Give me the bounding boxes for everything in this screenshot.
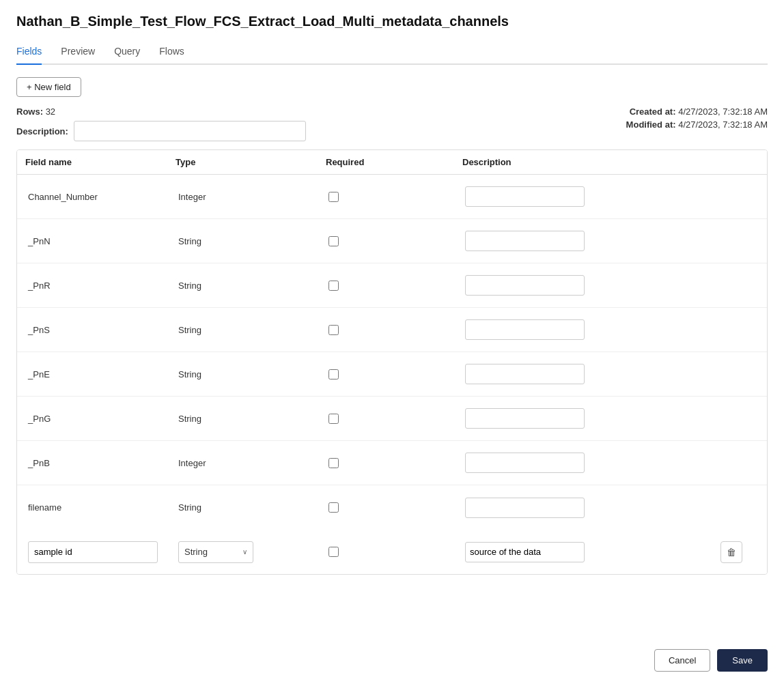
new-row-type-value: String [184,547,238,557]
cell-required [326,451,462,475]
cell-field-name: _PnS [25,318,176,342]
rows-meta: Rows: 32 [16,106,306,117]
new-row-description-cell [462,535,718,569]
new-row-required-checkbox[interactable] [328,547,339,557]
meta-row: Rows: 32 Description: Created at: 4/27/2… [16,106,768,141]
col-type: Type [176,157,326,167]
description-input-5[interactable] [465,364,585,384]
tab-fields[interactable]: Fields [16,42,42,65]
cell-field-name: _PnB [25,451,176,475]
cell-field-name: Channel_Number [25,185,176,209]
table-row: _PnR String [17,263,767,308]
cell-actions [718,501,759,515]
cell-actions [718,323,759,336]
cell-type: Integer [176,451,326,475]
cell-description [462,491,718,525]
delete-new-row-button[interactable]: 🗑 [720,541,742,563]
table-row: _PnS String [17,308,767,352]
cell-description [462,180,718,214]
description-input-1[interactable] [465,186,585,207]
cell-required [326,407,462,431]
cell-type: String [176,496,326,519]
description-input[interactable] [74,121,306,141]
required-checkbox-1[interactable] [328,192,339,202]
toolbar: + New field [16,77,768,97]
rows-label: Rows: [16,106,43,117]
new-row-type-select[interactable]: String ∨ [178,541,253,563]
required-checkbox-6[interactable] [328,414,339,424]
col-required: Required [326,157,462,167]
cell-type: String [176,274,326,298]
save-button[interactable]: Save [717,649,768,672]
created-meta: Created at: 4/27/2023, 7:32:18 AM [626,106,768,117]
chevron-down-icon: ∨ [242,548,247,556]
meta-right: Created at: 4/27/2023, 7:32:18 AM Modifi… [626,106,768,130]
cell-required [326,318,462,342]
rows-value: 32 [46,106,55,117]
page-title: Nathan_B_Simple_Test_Flow_FCS_Extract_Lo… [16,14,768,29]
table-row: _PnE String [17,352,767,397]
new-row-description-input[interactable] [465,542,585,562]
table-row: _PnG String [17,397,767,441]
description-input-4[interactable] [465,319,585,340]
new-field-button[interactable]: + New field [16,77,81,97]
description-input-2[interactable] [465,231,585,251]
table-row: Channel_Number Integer [17,175,767,219]
tab-flows[interactable]: Flows [159,42,184,65]
cell-actions [718,367,759,381]
meta-left: Rows: 32 Description: [16,106,306,141]
required-checkbox-4[interactable] [328,325,339,335]
cancel-button[interactable]: Cancel [654,649,710,672]
new-row-type-cell: String ∨ [176,534,326,570]
cell-actions [718,412,759,425]
description-input-8[interactable] [465,498,585,518]
cell-type: String [176,318,326,342]
modified-label: Modified at: [626,119,676,130]
description-label: Description: [16,126,68,137]
tab-preview[interactable]: Preview [61,42,95,65]
cell-type: String [176,362,326,386]
footer-actions: Cancel Save [654,638,768,677]
col-description: Description [462,157,718,167]
col-actions [718,157,759,167]
new-row: String ∨ 🗑 [17,530,767,574]
tabs-bar: Fields Preview Query Flows [16,42,768,65]
cell-description [462,446,718,480]
cell-required [326,362,462,386]
trash-icon: 🗑 [727,547,736,558]
description-input-7[interactable] [465,453,585,473]
table-body: Channel_Number Integer _PnN String _PnR … [17,175,767,530]
cell-type: String [176,229,326,253]
cell-description [462,313,718,347]
required-checkbox-7[interactable] [328,458,339,468]
cell-field-name: filename [25,496,176,519]
table-row: filename String [17,485,767,530]
cell-actions [718,278,759,292]
cell-required [326,274,462,298]
tab-query[interactable]: Query [114,42,140,65]
created-label: Created at: [630,106,676,117]
cell-required [326,496,462,519]
cell-field-name: _PnE [25,362,176,386]
description-input-3[interactable] [465,275,585,296]
modified-value: 4/27/2023, 7:32:18 AM [678,119,768,130]
cell-description [462,401,718,435]
required-checkbox-2[interactable] [328,236,339,246]
table-row: _PnB Integer [17,441,767,485]
table-row: _PnN String [17,219,767,263]
created-value: 4/27/2023, 7:32:18 AM [678,106,768,117]
cell-actions [718,234,759,248]
required-checkbox-5[interactable] [328,369,339,379]
new-field-name-input[interactable] [28,541,158,563]
new-row-actions-cell: 🗑 [718,534,759,570]
fields-table: Field name Type Required Description Cha… [16,149,768,575]
main-container: Nathan_B_Simple_Test_Flow_FCS_Extract_Lo… [0,0,784,688]
cell-type: String [176,407,326,431]
required-checkbox-8[interactable] [328,502,339,513]
cell-actions [718,456,759,470]
description-input-6[interactable] [465,408,585,429]
modified-meta: Modified at: 4/27/2023, 7:32:18 AM [626,119,768,130]
cell-field-name: _PnR [25,274,176,298]
cell-type: Integer [176,185,326,209]
required-checkbox-3[interactable] [328,281,339,291]
